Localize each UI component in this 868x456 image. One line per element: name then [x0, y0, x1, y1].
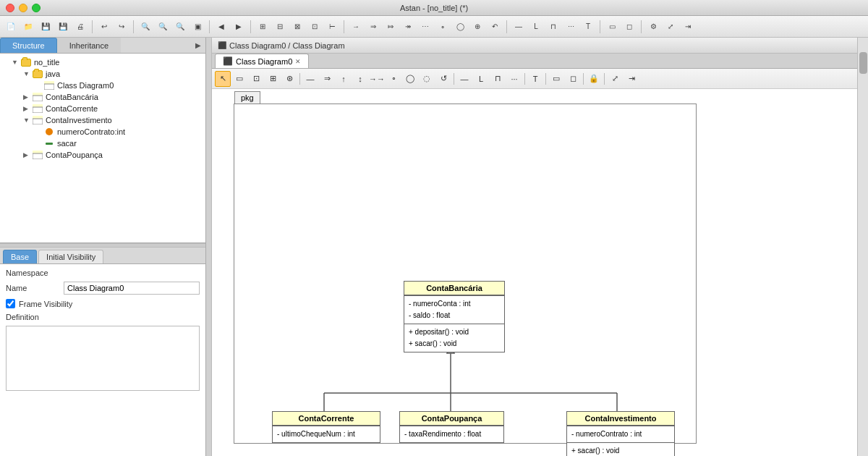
dtb-text[interactable]: T: [527, 71, 543, 87]
dtb-b3[interactable]: ⊞: [265, 71, 281, 87]
toolbar-zoom3[interactable]: 🔍: [172, 19, 188, 35]
toolbar-d2[interactable]: L: [528, 19, 544, 35]
toolbar-b2[interactable]: ⊟: [272, 19, 288, 35]
dtb-arrow1[interactable]: —: [302, 71, 318, 87]
dtb-line4[interactable]: ···: [506, 71, 522, 87]
name-input[interactable]: [64, 282, 200, 295]
uml-class-contabancaria[interactable]: ContaBancária - numeroConta : int - sald…: [404, 281, 505, 352]
dtb-zoom1[interactable]: ⤢: [607, 71, 623, 87]
dtb-zoom2[interactable]: ⇥: [624, 71, 639, 87]
dtb-arrow9[interactable]: ↺: [435, 71, 451, 87]
tab-arrow[interactable]: ▶: [191, 38, 205, 52]
toolbar-c8[interactable]: ⊕: [469, 19, 485, 35]
toolbar-c6[interactable]: ∘: [435, 19, 451, 35]
dtb-arrow7[interactable]: ◯: [402, 71, 418, 87]
toolbar-undo[interactable]: ↩: [96, 19, 112, 35]
dtb-line1[interactable]: —: [456, 71, 472, 87]
uml-class-contapoupanca[interactable]: ContaPoupança - taxaRendimento : float: [399, 411, 504, 443]
toolbar-zoom-in[interactable]: 🔍: [155, 19, 171, 35]
toolbar-save2[interactable]: 💾: [55, 19, 71, 35]
dtb-line3[interactable]: ⊓: [490, 71, 506, 87]
panel-drag-handle[interactable]: [206, 38, 212, 456]
toolbar-c4[interactable]: ↠: [400, 19, 416, 35]
toolbar-f2[interactable]: ⤢: [663, 19, 678, 35]
definition-textarea[interactable]: [6, 326, 200, 391]
tree-item-java[interactable]: ▼ java: [0, 68, 205, 80]
uml-class-contacorrente[interactable]: ContaCorrente - ultimoChequeNum : int: [272, 411, 380, 443]
dtb-img1[interactable]: ▭: [548, 71, 564, 87]
toolbar-save[interactable]: 💾: [38, 19, 54, 35]
minimize-button[interactable]: [19, 4, 27, 12]
svg-rect-1: [44, 81, 54, 84]
toolbar-c9[interactable]: ↶: [487, 19, 503, 35]
dtb-b4[interactable]: ⊛: [281, 71, 297, 87]
structure-tab-bar: Structure Inheritance ▶: [0, 38, 205, 54]
dtb-arrow2[interactable]: ⇒: [319, 71, 335, 87]
uml-class-containvestimento[interactable]: ContaInvestimento - numeroContrato : int…: [566, 411, 675, 456]
tree-item-no_title[interactable]: ▼ no_title: [0, 56, 205, 68]
tree-item-classdiagram0[interactable]: ▶ Class Diagram0: [0, 80, 205, 91]
toolbar-d5[interactable]: T: [580, 19, 596, 35]
toolbar-c2[interactable]: ⇒: [365, 19, 381, 35]
tab-base[interactable]: Base: [3, 250, 37, 263]
name-row: Name: [6, 282, 200, 295]
toolbar-d1[interactable]: —: [511, 19, 527, 35]
toolbar-b1[interactable]: ⊞: [255, 19, 271, 35]
toolbar-b3[interactable]: ⊠: [289, 19, 305, 35]
dtb-arrow6[interactable]: ∘: [386, 71, 401, 87]
toolbar-c3[interactable]: ⤇: [383, 19, 399, 35]
dtb-b2[interactable]: ⊡: [248, 71, 264, 87]
dtb-arrow5[interactable]: →→: [369, 71, 385, 87]
toolbar-zoom4[interactable]: ▣: [190, 19, 205, 35]
toolbar-forward[interactable]: ▶: [231, 19, 247, 35]
toolbar-new[interactable]: 📄: [3, 19, 19, 35]
tree-label: ContaPoupança: [46, 151, 103, 159]
close-button[interactable]: [6, 4, 14, 12]
toolbar-open[interactable]: 📁: [20, 19, 36, 35]
toolbar-c5[interactable]: ⋯: [417, 19, 433, 35]
dtb-lock[interactable]: 🔒: [586, 71, 602, 87]
tab-inheritance[interactable]: Inheritance: [57, 38, 121, 53]
window-controls[interactable]: [6, 4, 41, 12]
toolbar-back[interactable]: ◀: [213, 19, 229, 35]
toolbar-e2[interactable]: ◻: [621, 19, 637, 35]
toolbar-d4[interactable]: ⋅⋅⋅: [563, 19, 579, 35]
dtb-b1[interactable]: ▭: [231, 71, 247, 87]
toolbar-zoom-out[interactable]: 🔍: [137, 19, 153, 35]
toolbar-d3[interactable]: ⊓: [545, 19, 561, 35]
dtb-select[interactable]: ↖: [215, 71, 231, 87]
toolbar-b4[interactable]: ⊡: [307, 19, 323, 35]
toolbar-e1[interactable]: ▭: [604, 19, 620, 35]
tree-item-contabancaria[interactable]: ▶ ContaBancária: [0, 91, 205, 103]
tree-item-sacar[interactable]: ▶ sacar: [0, 138, 205, 149]
toolbar-c7[interactable]: ◯: [452, 19, 468, 35]
toolbar-print[interactable]: 🖨: [72, 19, 88, 35]
tree-item-contapoupanca[interactable]: ▶ ContaPoupança: [0, 149, 205, 161]
sep4: [250, 20, 251, 33]
diagram-tab-close[interactable]: ✕: [295, 58, 301, 65]
scroll-thumb[interactable]: [859, 52, 867, 74]
tree-item-numerocontrato[interactable]: ▶ numeroContrato:int: [0, 126, 205, 138]
frame-visibility-checkbox[interactable]: [6, 299, 15, 308]
dtb-arrow3[interactable]: ↑: [336, 71, 352, 87]
toolbar-redo[interactable]: ↪: [114, 19, 129, 35]
dtb-img2[interactable]: ◻: [565, 71, 581, 87]
frame-visibility-label: Frame Visibility: [19, 300, 72, 308]
dtb-arrow8[interactable]: ◌: [419, 71, 435, 87]
diagram-tab-classdiagram0[interactable]: ⬛ Class Diagram0 ✕: [215, 54, 309, 68]
toolbar-f3[interactable]: ⇥: [680, 19, 696, 35]
toolbar-b5[interactable]: ⊢: [324, 19, 340, 35]
class-icon: [32, 104, 43, 114]
tab-structure[interactable]: Structure: [0, 38, 57, 53]
uml-class-header: ContaCorrente: [273, 412, 380, 426]
maximize-button[interactable]: [32, 4, 41, 12]
tree-item-containvestimento[interactable]: ▼ ContaInvestimento: [0, 114, 205, 126]
dtb-line2[interactable]: L: [473, 71, 489, 87]
toolbar-c1[interactable]: →: [348, 19, 364, 35]
dtb-arrow4[interactable]: ↕: [352, 71, 368, 87]
vertical-scrollbar[interactable]: [857, 38, 868, 456]
toolbar-f1[interactable]: ⚙: [645, 19, 661, 35]
tree-item-contacorrente[interactable]: ▶ ContaCorrente: [0, 103, 205, 114]
diagram-canvas[interactable]: pkg ContaBancária: [212, 89, 857, 456]
tab-initial-visibility[interactable]: Initial Visibility: [38, 250, 103, 263]
